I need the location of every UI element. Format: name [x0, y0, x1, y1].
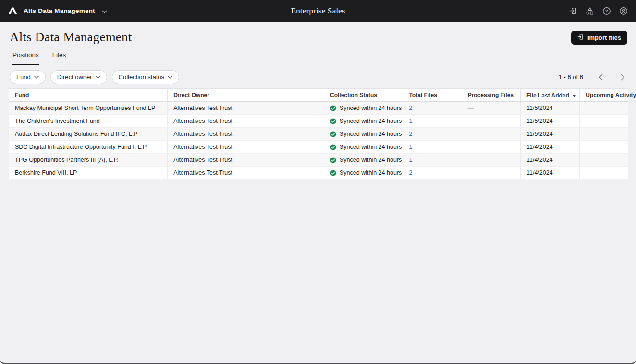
table-row[interactable]: Mackay Municipal Short Term Opportunitie… [9, 102, 628, 115]
pagination-range: 1 - 6 of 6 [559, 73, 583, 81]
synced-check-icon [330, 105, 336, 111]
column-header-direct-owner[interactable]: Direct Owner [168, 89, 324, 102]
pagination-prev-button[interactable] [596, 73, 605, 82]
column-header-processing-files[interactable]: Processing Files [462, 89, 520, 102]
filter-pills: Fund Direct owner Collection status [10, 70, 179, 84]
total-files-link[interactable]: 2 [409, 131, 412, 137]
upcoming-activity-cell [580, 102, 628, 115]
page-header: Alts Data Management Import files [0, 22, 636, 45]
collection-status-cell: Synced within 24 hours [324, 154, 403, 167]
filter-collection-status[interactable]: Collection status [112, 70, 179, 84]
total-files-cell: 1 [403, 115, 462, 128]
app-title: Alts Data Management [24, 7, 95, 14]
tab-files[interactable]: Files [52, 51, 66, 65]
total-files-link[interactable]: 1 [409, 118, 412, 124]
file-last-added-cell: 11/4/2024 [520, 154, 579, 167]
pagination-next-button[interactable] [618, 73, 627, 82]
table-row[interactable]: SDC Digital Infrastructure Opportunity F… [9, 141, 628, 154]
total-files-cell: 2 [403, 128, 462, 141]
collection-status-text: Synced within 24 hours [340, 118, 402, 124]
processing-files-cell: — [462, 154, 520, 167]
fund-cell: The Children's Investment Fund [9, 115, 168, 128]
table-row[interactable]: TPG Opportunities Partners III (A), L.P.… [9, 154, 628, 167]
top-nav-bar: Alts Data Management Enterprise Sales [0, 0, 636, 22]
column-header-fund[interactable]: Fund [9, 89, 168, 102]
file-last-added-cell: 11/4/2024 [520, 141, 579, 154]
direct-owner-cell: Alternatives Test Trust [168, 154, 324, 167]
processing-files-cell: — [462, 141, 520, 154]
collection-status-cell: Synced within 24 hours [324, 167, 403, 180]
chevron-down-icon [96, 76, 100, 79]
fund-cell: Mackay Municipal Short Term Opportunitie… [9, 102, 168, 115]
chevron-down-icon [34, 76, 39, 79]
column-header-file-last-added-label: File Last Added [526, 92, 569, 99]
table-row[interactable]: Berkshire Fund VIII, LP Alternatives Tes… [9, 167, 628, 180]
total-files-link[interactable]: 1 [409, 144, 412, 150]
column-header-collection-status[interactable]: Collection Status [324, 89, 403, 102]
upcoming-activity-cell [580, 115, 628, 128]
filter-direct-owner-label: Direct owner [57, 73, 92, 81]
help-icon[interactable]: ? [602, 6, 612, 16]
collection-status-cell: Synced within 24 hours [324, 128, 403, 141]
collection-status-text: Synced within 24 hours [340, 157, 402, 163]
tab-bar: Positions Files [0, 51, 636, 65]
file-last-added-cell: 11/5/2024 [520, 128, 579, 141]
file-last-added-cell: 11/4/2024 [520, 167, 579, 180]
total-files-cell: 2 [403, 102, 462, 115]
pagination: 1 - 6 of 6 [559, 73, 627, 82]
direct-owner-cell: Alternatives Test Trust [168, 102, 324, 115]
import-files-button[interactable]: Import files [571, 31, 627, 45]
import-files-label: Import files [587, 34, 621, 41]
column-header-total-files[interactable]: Total Files [403, 89, 462, 102]
filter-direct-owner[interactable]: Direct owner [50, 70, 107, 84]
direct-owner-cell: Alternatives Test Trust [168, 115, 324, 128]
synced-check-icon [330, 157, 336, 163]
app-switcher-dropdown[interactable]: Alts Data Management [8, 6, 107, 15]
synced-check-icon [330, 118, 336, 124]
total-files-link[interactable]: 2 [409, 105, 412, 111]
upcoming-activity-cell [580, 141, 628, 154]
processing-files-cell: — [462, 128, 520, 141]
fund-cell: Berkshire Fund VIII, LP [9, 167, 168, 180]
file-last-added-cell: 11/5/2024 [520, 115, 579, 128]
filter-fund-label: Fund [16, 73, 31, 81]
collection-status-cell: Synced within 24 hours [324, 115, 403, 128]
models-shapes-icon[interactable] [585, 6, 595, 16]
table-row[interactable]: Audax Direct Lending Solutions Fund II-C… [9, 128, 628, 141]
collection-status-text: Synced within 24 hours [340, 170, 402, 176]
account-icon[interactable] [619, 6, 628, 16]
filter-collection-status-label: Collection status [119, 73, 164, 81]
column-header-upcoming-activity[interactable]: Upcoming Activity [580, 89, 628, 102]
table-header-row: Fund Direct Owner Collection Status Tota… [9, 89, 628, 102]
column-header-file-last-added[interactable]: File Last Added [520, 89, 579, 102]
app-window: Alts Data Management Enterprise Sales [0, 0, 636, 364]
filter-fund[interactable]: Fund [10, 70, 46, 84]
table-row[interactable]: The Children's Investment Fund Alternati… [9, 115, 628, 128]
synced-check-icon [330, 170, 336, 176]
direct-owner-cell: Alternatives Test Trust [168, 167, 324, 180]
direct-owner-cell: Alternatives Test Trust [168, 128, 324, 141]
filter-toolbar: Fund Direct owner Collection status 1 - … [0, 70, 636, 84]
sort-descending-icon [572, 92, 576, 98]
fund-cell: TPG Opportunities Partners III (A), L.P. [9, 154, 168, 167]
topbar-actions: ? [568, 6, 628, 16]
collection-status-text: Synced within 24 hours [340, 105, 402, 111]
positions-table: Fund Direct Owner Collection Status Tota… [9, 88, 627, 180]
chevron-down-icon [102, 7, 107, 15]
fund-cell: Audax Direct Lending Solutions Fund II-C… [9, 128, 168, 141]
processing-files-cell: — [462, 167, 520, 180]
total-files-link[interactable]: 1 [409, 157, 412, 163]
addepar-logo-icon[interactable] [8, 6, 18, 15]
direct-owner-cell: Alternatives Test Trust [168, 141, 324, 154]
processing-files-cell: — [462, 115, 520, 128]
tab-positions[interactable]: Positions [12, 51, 39, 65]
processing-files-cell: — [462, 102, 520, 115]
import-icon[interactable] [568, 6, 578, 16]
collection-status-text: Synced within 24 hours [340, 144, 402, 150]
file-last-added-cell: 11/5/2024 [520, 102, 579, 115]
synced-check-icon [330, 131, 336, 137]
collection-status-text: Synced within 24 hours [340, 131, 402, 137]
total-files-link[interactable]: 2 [409, 170, 412, 176]
chevron-down-icon [168, 76, 172, 79]
fund-cell: SDC Digital Infrastructure Opportunity F… [9, 141, 168, 154]
